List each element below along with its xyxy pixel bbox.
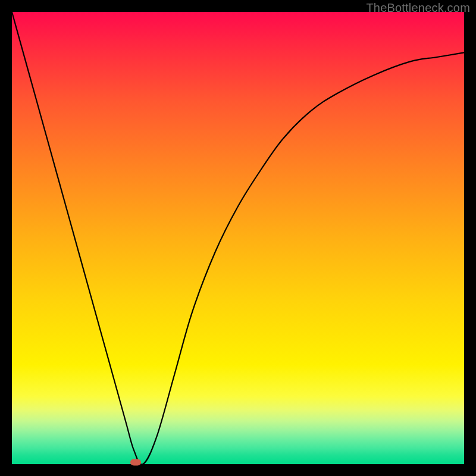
bottleneck-curve-path (12, 12, 464, 465)
plot-area (12, 12, 464, 464)
curve-svg (12, 12, 464, 464)
optimal-point-marker (130, 459, 141, 465)
watermark-text: TheBottleneck.com (366, 1, 470, 15)
chart-frame: TheBottleneck.com (0, 0, 476, 476)
